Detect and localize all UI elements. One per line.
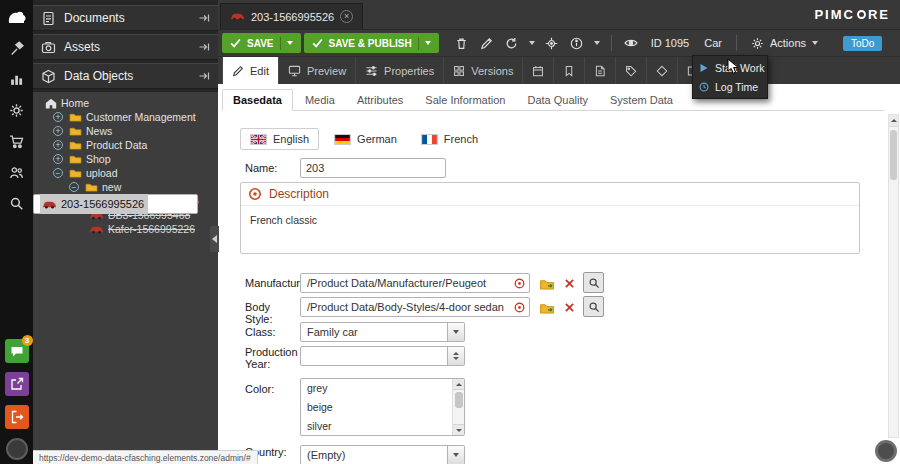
scroll-thumb[interactable]: [890, 130, 897, 180]
logout-button[interactable]: [5, 405, 29, 429]
tab-notes-events[interactable]: [585, 57, 616, 84]
lang-tab-german[interactable]: German: [325, 128, 406, 150]
ecommerce-cart-icon[interactable]: [6, 130, 28, 152]
scroll-up-button[interactable]: [889, 115, 898, 127]
description-value[interactable]: French classic: [241, 206, 859, 234]
body-style-search-button[interactable]: [583, 296, 604, 317]
country-select[interactable]: (Empty): [300, 445, 465, 464]
manufacturer-remove-button[interactable]: [559, 273, 580, 294]
save-dropdown-caret[interactable]: [287, 41, 293, 45]
detach-arrow-icon[interactable]: [198, 70, 210, 82]
collapse-icon[interactable]: −: [69, 182, 79, 192]
sidebar-item-assets[interactable]: Assets: [33, 34, 218, 60]
sidebar-item-data-objects[interactable]: Data Objects: [33, 63, 218, 89]
tree-item-home[interactable]: Home: [33, 96, 218, 110]
close-icon[interactable]: ×: [340, 10, 353, 23]
tree-item-kafer-1566995226[interactable]: Kafer-1566995226: [33, 222, 218, 236]
tab-sale-information[interactable]: Sale Information: [415, 90, 515, 110]
remove-x-icon: [564, 278, 575, 289]
tree-item-product-data[interactable]: + Product Data: [33, 138, 218, 152]
select-caret[interactable]: [447, 446, 464, 464]
tree-item-upload[interactable]: − upload: [33, 166, 218, 180]
menu-item-log-time[interactable]: Log Time: [693, 77, 767, 96]
locate-in-tree-button[interactable]: [541, 33, 563, 53]
tab-basedata[interactable]: Basedata: [222, 89, 293, 111]
tree-item-shop[interactable]: + Shop: [33, 152, 218, 166]
object-tab-203[interactable]: 203-1566995526 ×: [220, 3, 363, 29]
corner-widget-button[interactable]: [875, 440, 897, 462]
lang-tab-english[interactable]: English: [240, 128, 319, 150]
documents-icon: [41, 11, 56, 26]
reload-button[interactable]: [501, 33, 523, 53]
tab-schedule[interactable]: [523, 57, 554, 84]
color-option-grey[interactable]: grey: [301, 379, 464, 398]
tab-system-data[interactable]: System Data: [600, 90, 683, 110]
pimcore-logo-icon[interactable]: [6, 6, 28, 28]
info-button[interactable]: [566, 33, 588, 53]
manufacturer-input[interactable]: /Product Data/Manufacturer/Peugeot: [300, 273, 530, 293]
customers-icon[interactable]: [6, 161, 28, 183]
tab-workflow[interactable]: [647, 57, 678, 84]
body-style-open-button[interactable]: [536, 297, 557, 318]
detach-arrow-icon[interactable]: [198, 41, 210, 53]
tab-bookmarks[interactable]: [554, 57, 585, 84]
tab-data-quality[interactable]: Data Quality: [517, 90, 598, 110]
tab-media[interactable]: Media: [295, 90, 345, 110]
open-preview-eye-icon[interactable]: [620, 33, 642, 53]
expand-icon[interactable]: +: [53, 112, 63, 122]
share-button[interactable]: [5, 372, 29, 396]
production-year-spinner[interactable]: [300, 346, 465, 366]
color-option-silver[interactable]: silver: [301, 417, 464, 436]
scroll-thumb[interactable]: [455, 392, 463, 408]
settings-gear-icon[interactable]: [6, 99, 28, 121]
reload-dropdown-caret[interactable]: [526, 33, 538, 53]
listbox-scrollbar[interactable]: [452, 379, 464, 435]
reports-chart-icon[interactable]: [6, 68, 28, 90]
chat-button[interactable]: 3: [5, 339, 29, 363]
tab-edit[interactable]: Edit: [222, 57, 279, 84]
body-style-remove-button[interactable]: [559, 297, 580, 318]
description-panel-header[interactable]: Description: [241, 183, 859, 206]
expand-icon[interactable]: +: [53, 154, 63, 164]
search-icon[interactable]: [6, 192, 28, 214]
info-dropdown-caret[interactable]: [591, 33, 603, 53]
tab-tags[interactable]: [616, 57, 647, 84]
name-input[interactable]: [300, 158, 446, 178]
content-scrollbar[interactable]: [888, 114, 899, 438]
tree-item-203-1566995526[interactable]: 203-1566995526: [33, 194, 198, 214]
workflow-status-badge: ToDo: [843, 36, 882, 51]
color-option-beige[interactable]: beige: [301, 398, 464, 417]
build-hammer-icon[interactable]: [6, 37, 28, 59]
detach-arrow-icon[interactable]: [198, 12, 210, 24]
expand-icon[interactable]: +: [53, 126, 63, 136]
scroll-up-button[interactable]: [453, 379, 465, 390]
tab-properties[interactable]: Properties: [356, 57, 444, 84]
tree-item-customer-management[interactable]: + Customer Management: [33, 110, 218, 124]
expand-icon[interactable]: +: [53, 140, 63, 150]
save-publish-dropdown-caret[interactable]: [425, 41, 431, 45]
lang-tab-french[interactable]: French: [412, 128, 487, 150]
sidebar-collapse-handle[interactable]: [210, 226, 219, 252]
tab-attributes[interactable]: Attributes: [347, 90, 413, 110]
manufacturer-open-button[interactable]: [536, 273, 557, 294]
scroll-down-button[interactable]: [453, 424, 465, 435]
color-multiselect[interactable]: grey beige silver: [300, 378, 465, 436]
class-select[interactable]: Family car: [300, 322, 465, 342]
save-button[interactable]: SAVE: [222, 33, 301, 53]
tree-item-new[interactable]: − new: [33, 180, 218, 194]
document-tab-bar: 203-1566995526 × PIMCRE: [218, 0, 900, 29]
rail-bottom-logo[interactable]: [6, 438, 28, 460]
tree-item-news[interactable]: + News: [33, 124, 218, 138]
tab-versions[interactable]: Versions: [444, 57, 523, 84]
actions-dropdown-button[interactable]: Actions: [745, 33, 824, 53]
manufacturer-search-button[interactable]: [583, 272, 604, 293]
save-publish-button[interactable]: SAVE & PUBLISH: [304, 33, 439, 53]
select-caret[interactable]: [447, 323, 464, 341]
collapse-icon[interactable]: −: [53, 168, 63, 178]
delete-button[interactable]: [451, 33, 473, 53]
body-style-input[interactable]: /Product Data/Body-Styles/4-door sedan: [300, 297, 530, 317]
rename-button[interactable]: [476, 33, 498, 53]
sidebar-item-documents[interactable]: Documents: [33, 5, 218, 31]
tab-preview[interactable]: Preview: [279, 57, 356, 84]
spinner-buttons[interactable]: [447, 347, 464, 365]
